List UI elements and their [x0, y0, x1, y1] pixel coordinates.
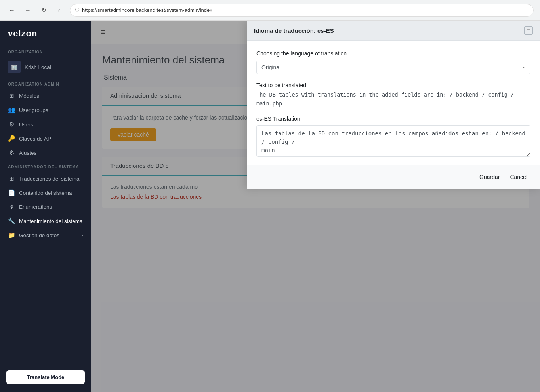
enumerations-icon: 🗄	[8, 204, 15, 210]
cancel-button[interactable]: Cancel	[507, 171, 530, 183]
main-content: ≡ Mantenimiento del sistema Sistema Admi…	[91, 21, 540, 392]
logo-text: velzon	[8, 29, 37, 39]
sidebar-item-modulos[interactable]: ⊞ Módulos	[0, 89, 91, 103]
section-label-sys-admin: ADMINISTRADOR DEL SISTEMA	[0, 160, 91, 171]
sidebar-item-label: Enumerations	[19, 204, 52, 210]
sidebar-item-enumerations[interactable]: 🗄 Enumerations	[0, 200, 91, 214]
modal-header: Idioma de traducción: es-ES □	[247, 21, 540, 41]
sidebar-item-users[interactable]: ⚙ Users	[0, 117, 91, 131]
sidebar-item-gestion-datos[interactable]: 📁 Gestión de datos ›	[0, 228, 91, 242]
mantenimiento-icon: 🔧	[8, 217, 15, 225]
logo-area: velzon	[0, 21, 91, 45]
section-label-org-admin: ORGANIZATION ADMIN	[0, 77, 91, 89]
sidebar-item-label: Contenido del sistema	[19, 190, 72, 196]
text-section-label: Text to be translated	[256, 82, 530, 88]
modal-overlay: Idioma de traducción: es-ES □ Choosing t…	[91, 21, 540, 392]
section-label-org: ORGANIZATION	[0, 45, 91, 57]
sidebar-item-label: Mantenimiento del sistema	[19, 218, 83, 224]
sidebar-item-label: User groups	[19, 107, 48, 113]
sidebar-item-contenido-sistema[interactable]: 📄 Contenido del sistema	[0, 186, 91, 200]
back-button[interactable]: ←	[6, 5, 17, 16]
translate-mode-button[interactable]: Translate Mode	[6, 370, 85, 384]
sidebar: velzon ORGANIZATION 🏢 Krish Local ORGANI…	[0, 21, 91, 392]
modal-close-button[interactable]: □	[524, 26, 533, 35]
language-select[interactable]: Original es-ES en-EN fr-FR	[256, 61, 530, 74]
text-to-translate-value: The DB tables with translations in the a…	[256, 91, 530, 108]
translation-modal: Idioma de traducción: es-ES □ Choosing t…	[247, 21, 540, 189]
gestion-datos-icon: 📁	[8, 232, 15, 239]
language-section-label: Choosing the language of translation	[256, 50, 530, 57]
modal-footer: Guardar Cancel	[247, 165, 540, 189]
user-groups-icon: 👥	[8, 107, 15, 114]
contenido-icon: 📄	[8, 189, 15, 196]
browser-bar: ← → ↻ ⌂ 🛡 https://smartadmincore.backend…	[0, 0, 540, 21]
ajustes-icon: ⚙	[8, 149, 15, 156]
sidebar-item-traducciones-sistema[interactable]: ⊞ Traducciones del sistema	[0, 171, 91, 186]
modulos-icon: ⊞	[8, 92, 15, 99]
modal-title: Idioma de traducción: es-ES	[254, 27, 334, 34]
sidebar-item-mantenimiento[interactable]: 🔧 Mantenimiento del sistema	[0, 214, 91, 228]
translation-section: es-ES Translation Las tablas de la BD co…	[256, 116, 530, 158]
sidebar-item-krish-local[interactable]: 🏢 Krish Local	[0, 57, 91, 77]
sidebar-item-claves-api[interactable]: 🔑 Claves de API	[0, 131, 91, 146]
traducciones-icon: ⊞	[8, 175, 15, 182]
modal-body: Choosing the language of translation Ori…	[247, 41, 540, 165]
sidebar-item-label: Claves de API	[19, 136, 53, 142]
sidebar-item-ajustes[interactable]: ⚙ Ajustes	[0, 146, 91, 160]
org-icon: 🏢	[8, 61, 21, 73]
translation-label: es-ES Translation	[256, 116, 530, 122]
sidebar-item-label: Traducciones del sistema	[19, 176, 80, 182]
sidebar-item-label: Krish Local	[25, 64, 51, 70]
home-button[interactable]: ⌂	[54, 5, 65, 16]
forward-button[interactable]: →	[22, 5, 33, 16]
url-bar[interactable]: 🛡 https://smartadmincore.backend.test/sy…	[70, 4, 534, 17]
sidebar-item-label: Users	[19, 122, 33, 127]
url-text: https://smartadmincore.backend.test/syst…	[82, 7, 212, 13]
sidebar-item-label: Módulos	[19, 93, 39, 99]
reload-button[interactable]: ↻	[38, 5, 49, 16]
security-icon: 🛡	[75, 8, 80, 13]
sidebar-item-label: Gestión de datos	[19, 232, 59, 238]
sidebar-item-label: Ajustes	[19, 150, 36, 156]
api-key-icon: 🔑	[8, 135, 15, 142]
sidebar-item-user-groups[interactable]: 👥 User groups	[0, 103, 91, 117]
users-icon: ⚙	[8, 121, 15, 128]
translation-textarea[interactable]: Las tablas de la BD con traducciones en …	[256, 125, 530, 157]
save-button[interactable]: Guardar	[476, 171, 503, 183]
text-section-divider: Text to be translated The DB tables with…	[256, 82, 530, 108]
app-layout: velzon ORGANIZATION 🏢 Krish Local ORGANI…	[0, 21, 540, 392]
chevron-right-icon: ›	[82, 233, 83, 238]
